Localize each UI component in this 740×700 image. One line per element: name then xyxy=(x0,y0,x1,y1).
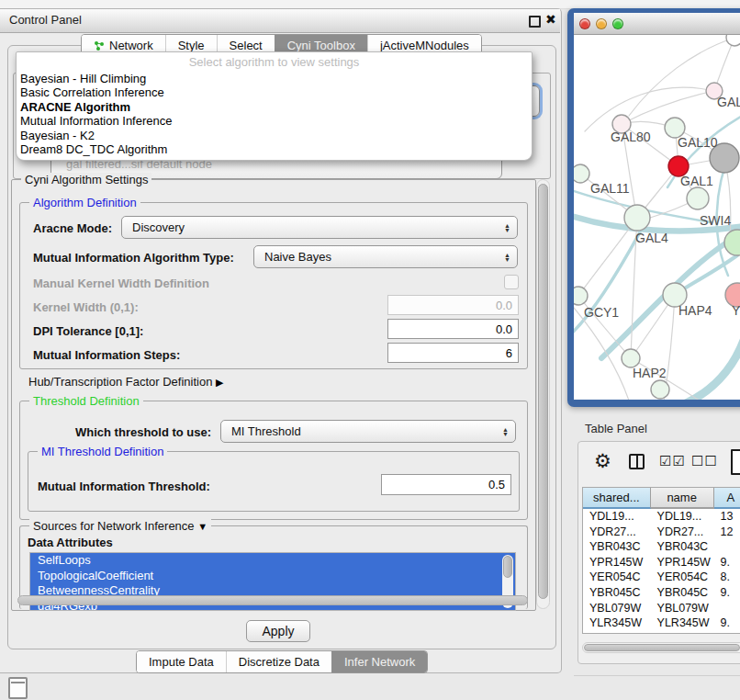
algorithm-option[interactable]: ARACNE Algorithm xyxy=(17,100,532,114)
column-header[interactable]: name xyxy=(651,488,714,509)
tab-label: Style xyxy=(178,39,205,52)
tab-discretize-data[interactable]: Discretize Data xyxy=(226,651,331,672)
which-threshold-combobox[interactable]: MI Threshold ▲▼ xyxy=(220,420,516,443)
algorithm-option[interactable]: Bayesian - Hill Climbing xyxy=(17,72,532,85)
table-cell: 9. xyxy=(714,615,740,631)
which-threshold-label: Which threshold to use: xyxy=(75,425,211,439)
dropdown-prompt: Select algorithm to view settings xyxy=(17,52,532,72)
network-node[interactable] xyxy=(726,35,740,46)
tab-label: Network xyxy=(109,39,153,52)
attribute-item[interactable]: TopologicalCoefficient xyxy=(30,569,515,584)
mi-threshold-label: Mutual Information Threshold: xyxy=(38,480,210,493)
table-row[interactable]: YIL052CYIL052C9. xyxy=(583,631,740,634)
hub-tf-definition-toggle[interactable]: Hub/Transcription Factor Definition ▶ xyxy=(28,375,223,389)
manual-kernel-checkbox[interactable] xyxy=(504,275,519,289)
network-node[interactable] xyxy=(687,187,709,209)
table-cell: YBL079W xyxy=(583,601,651,616)
table-cell: YLR345W xyxy=(583,615,651,631)
combo-arrows-icon: ▲▼ xyxy=(504,222,510,232)
column-header[interactable]: A xyxy=(714,488,740,509)
dpi-tolerance-label: DPI Tolerance [0,1]: xyxy=(33,324,143,338)
table-row[interactable]: YLR345WYLR345W9. xyxy=(583,615,740,631)
select-all-checkboxes-icon[interactable]: ☑☑ xyxy=(659,453,686,469)
table-row[interactable]: YBL079WYBL079W xyxy=(583,601,740,616)
tab-label: jActiveMNodules xyxy=(380,39,469,52)
deselect-all-checkboxes-icon[interactable]: ☐☐ xyxy=(691,453,718,469)
aracne-mode-label: Aracne Mode: xyxy=(33,221,112,235)
network-node[interactable] xyxy=(574,287,588,305)
table-row[interactable]: YDL19...YDL19...13 xyxy=(583,509,740,525)
aracne-mode-value: Discovery xyxy=(132,220,185,234)
minimized-panel-icon[interactable] xyxy=(8,677,28,699)
cyni-mode-tabbar: Impute DataDiscretize DataInfer Network xyxy=(136,650,428,673)
control-panel-titlebar[interactable]: Control Panel ✖ xyxy=(0,9,560,33)
table-row[interactable]: YER054CYER054C8. xyxy=(583,570,740,585)
algorithm-option[interactable]: Basic Correlation Inference xyxy=(17,85,532,99)
table-row[interactable]: YPR145WYPR145W9. xyxy=(583,555,740,570)
table-cell: YER054C xyxy=(651,570,714,585)
network-edge[interactable] xyxy=(585,87,714,131)
network-node[interactable] xyxy=(574,164,589,183)
dpi-tolerance-input[interactable] xyxy=(387,319,519,339)
control-panel-window: Control Panel ✖ gal filtered...sif defau… xyxy=(0,8,562,673)
network-node[interactable] xyxy=(651,380,669,399)
mi-threshold-input[interactable] xyxy=(381,474,511,495)
algorithm-option[interactable]: Bayesian - K2 xyxy=(17,129,532,142)
minimize-traffic-light-icon[interactable] xyxy=(596,18,607,29)
node-label: HAP4 xyxy=(678,303,712,318)
node-table[interactable]: shared...nameA YDL19...YDL19...13YDR27..… xyxy=(582,487,740,634)
table-header-row: shared...nameA xyxy=(583,488,740,509)
node-label: GAL xyxy=(717,95,740,109)
attributes-scrollbar-thumb[interactable] xyxy=(503,556,512,578)
network-canvas[interactable]: GALGAL80GAL10GAL1GAL11SWI4GAL4GCY1HAP4YH… xyxy=(574,35,740,400)
tab-impute-data[interactable]: Impute Data xyxy=(137,651,226,672)
tab-infer-network[interactable]: Infer Network xyxy=(331,651,427,672)
table-row[interactable]: YBR045CYBR045C9. xyxy=(583,585,740,601)
table-cell: YLR345W xyxy=(651,615,714,631)
table-row[interactable]: YBR043CYBR043C xyxy=(583,539,740,555)
algorithm-definition-title: Algorithm Definition xyxy=(29,196,140,209)
close-icon[interactable]: ✖ xyxy=(545,12,556,27)
algorithm-dropdown-popup: Select algorithm to view settings Bayesi… xyxy=(16,51,533,161)
gear-icon[interactable]: ⚙ xyxy=(594,450,611,472)
table-cell: YDL19... xyxy=(583,509,651,525)
table-hscrollbar-thumb[interactable] xyxy=(584,644,740,651)
expand-right-icon[interactable]: ▶ xyxy=(216,377,223,388)
aracne-mode-combobox[interactable]: Discovery ▲▼ xyxy=(121,216,518,239)
network-node[interactable] xyxy=(624,205,650,231)
network-view-window[interactable]: GALGAL80GAL10GAL1GAL11SWI4GAL4GCY1HAP4YH… xyxy=(567,8,740,407)
float-window-icon[interactable] xyxy=(529,16,541,28)
network-window-titlebar[interactable] xyxy=(574,13,740,35)
node-label: GAL11 xyxy=(590,181,630,196)
table-cell: YPR145W xyxy=(583,555,651,570)
table-cell: YBR043C xyxy=(651,539,714,555)
dock-divider xyxy=(574,675,740,676)
settings-vscrollbar[interactable] xyxy=(536,179,550,609)
settings-hscrollbar-thumb[interactable] xyxy=(17,595,528,605)
split-view-icon[interactable] xyxy=(629,454,645,469)
algorithm-option[interactable]: Mutual Information Inference xyxy=(17,114,532,128)
attribute-item[interactable]: SelfLoops xyxy=(30,553,515,569)
table-row[interactable]: YDR27...YDR27...12 xyxy=(583,525,740,540)
tab-label: Cyni Toolbox xyxy=(287,39,355,52)
network-node[interactable] xyxy=(724,230,740,255)
table-hscrollbar[interactable] xyxy=(582,642,740,653)
algorithm-option[interactable]: Dream8 DC_TDC Algorithm xyxy=(17,142,532,156)
node-label: Y xyxy=(732,303,740,318)
export-table-icon[interactable] xyxy=(731,449,740,475)
apply-button[interactable]: Apply xyxy=(246,620,310,642)
zoom-traffic-light-icon[interactable] xyxy=(612,18,623,29)
mi-type-combobox[interactable]: Naive Bayes ▲▼ xyxy=(253,245,518,268)
network-node[interactable] xyxy=(622,349,640,367)
mi-threshold-title: MI Threshold Definition xyxy=(38,445,167,458)
settings-vscrollbar-thumb[interactable] xyxy=(538,184,548,599)
close-traffic-light-icon[interactable] xyxy=(579,18,590,29)
mi-steps-input[interactable] xyxy=(387,343,519,363)
network-icon xyxy=(94,40,105,51)
cyni-settings-group: Cyni Algorithm Settings Algorithm Defini… xyxy=(11,179,536,611)
column-header[interactable]: shared... xyxy=(583,488,651,509)
kernel-width-input xyxy=(387,295,519,315)
collapse-down-icon[interactable]: ▼ xyxy=(197,521,207,532)
table-cell: YBR045C xyxy=(583,585,651,601)
network-edge[interactable] xyxy=(684,338,740,400)
